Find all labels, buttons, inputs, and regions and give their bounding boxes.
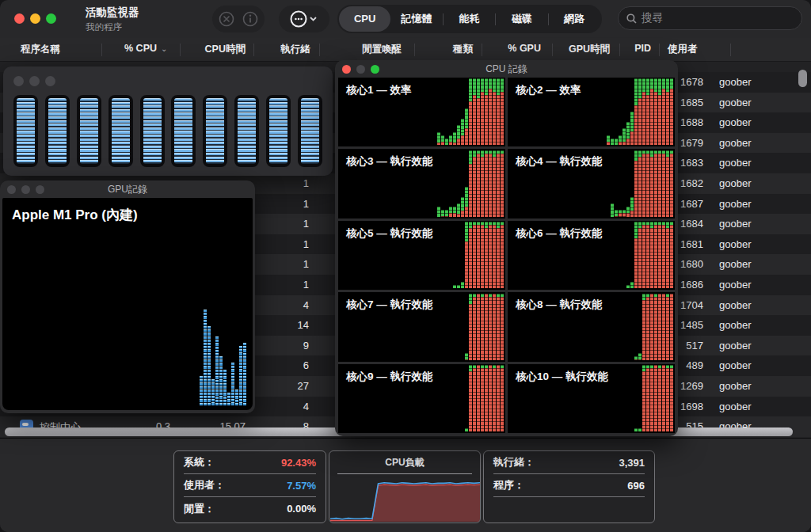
histogram-bar [457, 285, 460, 288]
vertical-scrollbar[interactable] [798, 70, 807, 87]
info-icon[interactable] [242, 10, 259, 28]
column-header-7[interactable]: % GPU [478, 43, 541, 54]
tab-disk[interactable]: 磁碟 [496, 6, 547, 32]
user-cell: goober [719, 218, 751, 230]
histogram-bar [501, 294, 504, 360]
histogram-bar [646, 294, 649, 360]
histogram-bar [469, 294, 472, 360]
histogram-bar [658, 78, 661, 145]
column-header-6[interactable]: 種類 [409, 43, 473, 56]
core-panel-3: 核心3 — 執行效能 [338, 149, 505, 218]
user-label: 使用者： [184, 478, 225, 492]
core-usage-histogram [437, 78, 504, 145]
core-usage-meter [109, 95, 133, 167]
histogram-bar [662, 150, 665, 217]
core-label: 核心8 — 執行效能 [516, 298, 603, 312]
histogram-bar [497, 294, 500, 360]
histogram-bar [666, 365, 669, 431]
tab-cpu[interactable]: CPU [339, 6, 390, 32]
minimize-button-inactive[interactable] [29, 76, 40, 86]
table-column-header: 程序名稱% CPU⌄CPU時間執行緒閒置喚醒種類% GPUGPU時間PID使用者 [0, 38, 811, 62]
user-cell: goober [719, 177, 751, 189]
histogram-bar [453, 285, 456, 288]
core-usage-histogram [611, 150, 673, 217]
close-button-inactive[interactable] [7, 185, 16, 194]
column-header-2[interactable]: % CPU [95, 43, 157, 54]
histogram-bar [477, 294, 480, 360]
column-header-10[interactable]: 使用者 [668, 43, 731, 56]
histogram-bar [485, 222, 488, 288]
search-field[interactable]: 搜尋 [618, 6, 802, 30]
histogram-bar [208, 326, 211, 406]
close-button-inactive[interactable] [13, 76, 24, 86]
core-label: 核心4 — 執行效能 [516, 154, 603, 169]
search-icon [626, 13, 637, 24]
histogram-bar [662, 78, 665, 145]
view-tabs: CPU 記憶體 能耗 磁碟 網路 [337, 5, 602, 33]
user-cell: goober [719, 238, 751, 250]
histogram-bar [445, 139, 448, 145]
idle-label: 閒置： [184, 502, 215, 516]
core-label: 核心2 — 效率 [516, 83, 581, 97]
histogram-bar [626, 285, 630, 288]
cpu-load-chart [330, 474, 480, 522]
histogram-bar [473, 294, 476, 360]
column-header-5[interactable]: 閒置喚醒 [338, 43, 402, 56]
close-button[interactable] [342, 65, 351, 74]
histogram-bar [481, 78, 484, 145]
zoom-button-inactive[interactable] [36, 185, 44, 194]
column-header-4[interactable]: 執行緒 [247, 43, 310, 56]
histogram-bar [650, 222, 653, 288]
histogram-bar [227, 393, 230, 406]
core-usage-histogram [634, 365, 673, 431]
column-separator [101, 44, 102, 56]
core-panel-5: 核心5 — 執行效能 [338, 221, 505, 290]
tab-energy[interactable]: 能耗 [444, 6, 495, 32]
histogram-bar [666, 294, 669, 360]
status-footer: 系統： 92.43% 使用者： 7.57% 閒置： 0.00% CPU負載 執行… [0, 438, 811, 532]
user-cell: goober [719, 157, 751, 169]
tab-memory[interactable]: 記憶體 [390, 6, 442, 32]
processes-label: 程序： [493, 478, 524, 492]
user-cell: goober [719, 198, 751, 210]
histogram-bar [489, 150, 492, 217]
zoom-button-inactive[interactable] [45, 76, 55, 86]
meter-fill [301, 98, 319, 164]
histogram-bar [666, 222, 669, 288]
close-button[interactable] [14, 13, 25, 24]
gpu-usage-histogram [200, 310, 246, 406]
core-usage-histogram [634, 294, 673, 360]
zoom-button[interactable] [46, 13, 56, 24]
process-actions-group [212, 6, 265, 32]
histogram-bar [619, 210, 622, 216]
histogram-bar [449, 135, 452, 146]
histogram-bar [654, 222, 657, 288]
histogram-bar [461, 119, 464, 146]
column-separator [482, 44, 482, 56]
gpu-history-window[interactable]: GPU記錄 Apple M1 Pro (內建) [0, 180, 255, 413]
histogram-bar [642, 78, 645, 145]
core-label: 核心3 — 執行效能 [346, 154, 433, 169]
cpu-usage-meters-window[interactable] [3, 66, 333, 176]
histogram-bar [642, 365, 645, 431]
histogram-bar [493, 294, 496, 360]
cpu-load-box: CPU負載 [329, 450, 481, 523]
histogram-bar [623, 210, 626, 216]
cpu-window-title: CPU 記錄 [335, 60, 678, 78]
cpu-history-window[interactable]: CPU 記錄 核心1 — 效率核心2 — 效率核心3 — 執行效能核心4 — 執… [335, 60, 678, 436]
core-label: 核心6 — 執行效能 [516, 226, 603, 241]
histogram-bar [493, 365, 496, 431]
more-options-icon[interactable] [289, 10, 319, 28]
window-controls [342, 65, 379, 74]
histogram-bar [485, 78, 488, 145]
stop-process-icon[interactable] [218, 10, 235, 28]
minimize-button[interactable] [30, 13, 40, 24]
core-label: 核心5 — 執行效能 [346, 226, 433, 241]
histogram-bar [666, 78, 669, 145]
column-header-3[interactable]: CPU時間 [182, 43, 246, 56]
histogram-bar [465, 353, 468, 359]
zoom-button[interactable] [371, 65, 379, 74]
core-usage-meter [45, 95, 70, 167]
tab-network[interactable]: 網路 [549, 6, 600, 32]
minimize-button-inactive[interactable] [21, 185, 30, 194]
